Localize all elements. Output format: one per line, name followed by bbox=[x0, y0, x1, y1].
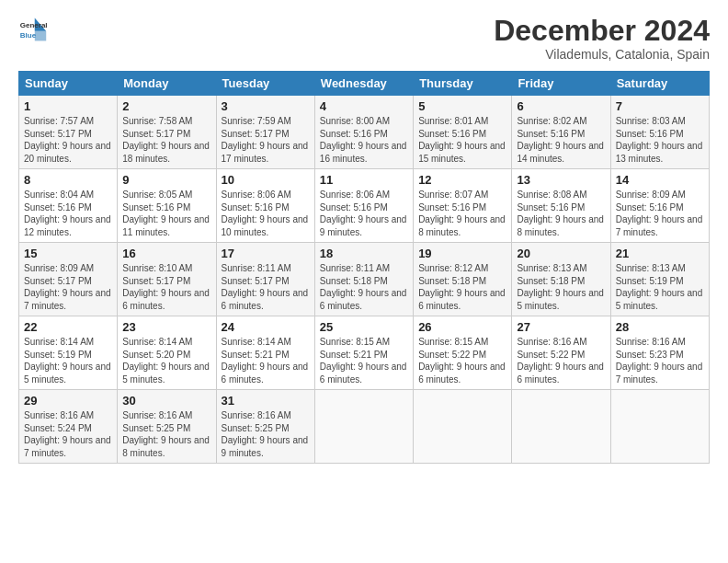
calendar-cell: 25Sunrise: 8:15 AMSunset: 5:21 PMDayligh… bbox=[314, 316, 413, 390]
day-number: 30 bbox=[122, 394, 210, 408]
day-info: Sunrise: 7:59 AMSunset: 5:17 PMDaylight:… bbox=[222, 116, 309, 164]
day-info: Sunrise: 8:14 AMSunset: 5:20 PMDaylight:… bbox=[122, 337, 210, 385]
day-number: 15 bbox=[24, 247, 112, 260]
day-info: Sunrise: 7:57 AMSunset: 5:17 PMDaylight:… bbox=[24, 116, 111, 164]
calendar-cell: 31Sunrise: 8:16 AMSunset: 5:25 PMDayligh… bbox=[216, 390, 314, 464]
header-wednesday: Wednesday bbox=[314, 72, 413, 96]
week-row-2: 8Sunrise: 8:04 AMSunset: 5:16 PMDaylight… bbox=[19, 169, 710, 243]
week-row-3: 15Sunrise: 8:09 AMSunset: 5:17 PMDayligh… bbox=[19, 243, 710, 316]
header-thursday: Thursday bbox=[414, 72, 512, 96]
day-number: 4 bbox=[320, 99, 408, 113]
day-number: 17 bbox=[222, 247, 310, 260]
day-number: 10 bbox=[222, 173, 310, 187]
calendar-cell bbox=[414, 390, 512, 464]
day-number: 22 bbox=[24, 320, 112, 334]
day-number: 9 bbox=[122, 173, 210, 187]
calendar-cell: 17Sunrise: 8:11 AMSunset: 5:17 PMDayligh… bbox=[216, 243, 314, 316]
calendar-cell bbox=[512, 390, 610, 464]
day-info: Sunrise: 8:16 AMSunset: 5:22 PMDaylight:… bbox=[517, 337, 604, 385]
day-number: 21 bbox=[616, 247, 704, 260]
calendar-cell: 5Sunrise: 8:01 AMSunset: 5:16 PMDaylight… bbox=[414, 96, 512, 169]
calendar-cell: 22Sunrise: 8:14 AMSunset: 5:19 PMDayligh… bbox=[19, 316, 118, 390]
svg-text:Blue: Blue bbox=[20, 31, 37, 40]
page: General Blue December 2024 Vilademuls, C… bbox=[0, 0, 728, 563]
day-number: 18 bbox=[320, 247, 408, 260]
day-info: Sunrise: 8:04 AMSunset: 5:16 PMDaylight:… bbox=[24, 190, 111, 237]
day-info: Sunrise: 8:09 AMSunset: 5:16 PMDaylight:… bbox=[616, 190, 703, 237]
calendar-cell: 8Sunrise: 8:04 AMSunset: 5:16 PMDaylight… bbox=[19, 169, 118, 243]
calendar-cell: 7Sunrise: 8:03 AMSunset: 5:16 PMDaylight… bbox=[610, 96, 709, 169]
calendar-cell: 3Sunrise: 7:59 AMSunset: 5:17 PMDaylight… bbox=[216, 96, 314, 169]
header-tuesday: Tuesday bbox=[216, 72, 314, 96]
calendar-cell: 6Sunrise: 8:02 AMSunset: 5:16 PMDaylight… bbox=[512, 96, 610, 169]
day-number: 2 bbox=[122, 99, 210, 113]
day-number: 8 bbox=[24, 173, 112, 187]
title-block: December 2024 Vilademuls, Catalonia, Spa… bbox=[494, 15, 710, 62]
day-info: Sunrise: 8:12 AMSunset: 5:18 PMDaylight:… bbox=[418, 263, 506, 311]
header-saturday: Saturday bbox=[610, 72, 709, 96]
calendar-table: Sunday Monday Tuesday Wednesday Thursday… bbox=[18, 71, 710, 464]
day-number: 3 bbox=[222, 99, 310, 113]
calendar-cell: 23Sunrise: 8:14 AMSunset: 5:20 PMDayligh… bbox=[118, 316, 216, 390]
day-info: Sunrise: 8:11 AMSunset: 5:17 PMDaylight:… bbox=[222, 263, 309, 311]
location: Vilademuls, Catalonia, Spain bbox=[494, 47, 710, 62]
calendar-cell: 11Sunrise: 8:06 AMSunset: 5:16 PMDayligh… bbox=[314, 169, 413, 243]
calendar-cell: 2Sunrise: 7:58 AMSunset: 5:17 PMDaylight… bbox=[118, 96, 216, 169]
day-number: 24 bbox=[222, 320, 310, 334]
week-row-5: 29Sunrise: 8:16 AMSunset: 5:24 PMDayligh… bbox=[19, 390, 710, 464]
day-number: 29 bbox=[24, 394, 112, 408]
day-info: Sunrise: 8:08 AMSunset: 5:16 PMDaylight:… bbox=[517, 190, 604, 237]
day-info: Sunrise: 8:16 AMSunset: 5:25 PMDaylight:… bbox=[222, 410, 309, 458]
calendar-cell: 27Sunrise: 8:16 AMSunset: 5:22 PMDayligh… bbox=[512, 316, 610, 390]
day-info: Sunrise: 8:10 AMSunset: 5:17 PMDaylight:… bbox=[122, 263, 210, 311]
calendar-cell: 19Sunrise: 8:12 AMSunset: 5:18 PMDayligh… bbox=[414, 243, 512, 316]
day-info: Sunrise: 8:06 AMSunset: 5:16 PMDaylight:… bbox=[320, 190, 407, 237]
day-info: Sunrise: 8:15 AMSunset: 5:22 PMDaylight:… bbox=[418, 337, 506, 385]
calendar-cell: 10Sunrise: 8:06 AMSunset: 5:16 PMDayligh… bbox=[216, 169, 314, 243]
day-info: Sunrise: 8:07 AMSunset: 5:16 PMDaylight:… bbox=[418, 190, 506, 237]
calendar-cell: 21Sunrise: 8:13 AMSunset: 5:19 PMDayligh… bbox=[610, 243, 709, 316]
header-monday: Monday bbox=[118, 72, 216, 96]
day-number: 12 bbox=[418, 173, 506, 187]
calendar-cell: 15Sunrise: 8:09 AMSunset: 5:17 PMDayligh… bbox=[19, 243, 118, 316]
day-info: Sunrise: 8:03 AMSunset: 5:16 PMDaylight:… bbox=[616, 116, 703, 164]
day-info: Sunrise: 8:15 AMSunset: 5:21 PMDaylight:… bbox=[320, 337, 407, 385]
calendar-cell bbox=[314, 390, 413, 464]
calendar-cell: 12Sunrise: 8:07 AMSunset: 5:16 PMDayligh… bbox=[414, 169, 512, 243]
calendar-cell: 18Sunrise: 8:11 AMSunset: 5:18 PMDayligh… bbox=[314, 243, 413, 316]
calendar-cell: 29Sunrise: 8:16 AMSunset: 5:24 PMDayligh… bbox=[19, 390, 118, 464]
day-number: 20 bbox=[517, 247, 605, 260]
day-info: Sunrise: 8:02 AMSunset: 5:16 PMDaylight:… bbox=[517, 116, 604, 164]
day-info: Sunrise: 8:11 AMSunset: 5:18 PMDaylight:… bbox=[320, 263, 407, 311]
day-info: Sunrise: 8:13 AMSunset: 5:19 PMDaylight:… bbox=[616, 263, 703, 311]
week-row-4: 22Sunrise: 8:14 AMSunset: 5:19 PMDayligh… bbox=[19, 316, 710, 390]
calendar-cell: 28Sunrise: 8:16 AMSunset: 5:23 PMDayligh… bbox=[610, 316, 709, 390]
day-number: 13 bbox=[517, 173, 605, 187]
calendar-cell: 16Sunrise: 8:10 AMSunset: 5:17 PMDayligh… bbox=[118, 243, 216, 316]
calendar-cell: 30Sunrise: 8:16 AMSunset: 5:25 PMDayligh… bbox=[118, 390, 216, 464]
day-number: 26 bbox=[418, 320, 506, 334]
day-number: 14 bbox=[616, 173, 704, 187]
day-number: 7 bbox=[616, 99, 704, 113]
day-info: Sunrise: 8:00 AMSunset: 5:16 PMDaylight:… bbox=[320, 116, 407, 164]
svg-marker-1 bbox=[35, 31, 46, 41]
day-number: 5 bbox=[418, 99, 506, 113]
header-sunday: Sunday bbox=[19, 72, 118, 96]
calendar-cell: 13Sunrise: 8:08 AMSunset: 5:16 PMDayligh… bbox=[512, 169, 610, 243]
day-info: Sunrise: 7:58 AMSunset: 5:17 PMDaylight:… bbox=[122, 116, 210, 164]
week-row-1: 1Sunrise: 7:57 AMSunset: 5:17 PMDaylight… bbox=[19, 96, 710, 169]
day-info: Sunrise: 8:13 AMSunset: 5:18 PMDaylight:… bbox=[517, 263, 604, 311]
day-number: 25 bbox=[320, 320, 408, 334]
day-info: Sunrise: 8:16 AMSunset: 5:24 PMDaylight:… bbox=[24, 410, 111, 458]
day-number: 27 bbox=[517, 320, 605, 334]
day-number: 1 bbox=[24, 99, 112, 113]
day-info: Sunrise: 8:06 AMSunset: 5:16 PMDaylight:… bbox=[222, 190, 309, 237]
calendar-cell: 20Sunrise: 8:13 AMSunset: 5:18 PMDayligh… bbox=[512, 243, 610, 316]
day-number: 31 bbox=[222, 394, 310, 408]
day-info: Sunrise: 8:16 AMSunset: 5:23 PMDaylight:… bbox=[616, 337, 703, 385]
logo: General Blue bbox=[18, 15, 48, 44]
calendar-cell bbox=[610, 390, 709, 464]
day-info: Sunrise: 8:01 AMSunset: 5:16 PMDaylight:… bbox=[418, 116, 506, 164]
day-info: Sunrise: 8:14 AMSunset: 5:21 PMDaylight:… bbox=[222, 337, 309, 385]
header-friday: Friday bbox=[512, 72, 610, 96]
